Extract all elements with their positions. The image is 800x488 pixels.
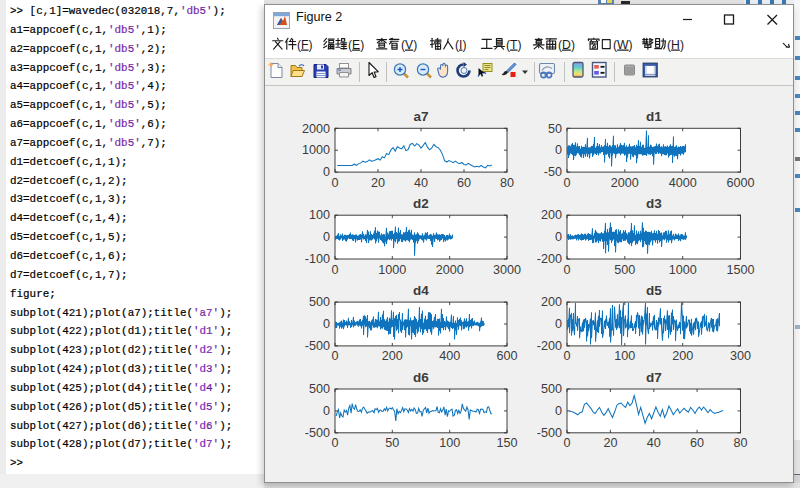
svg-text:(F): (F) <box>297 38 313 52</box>
svg-text:400: 400 <box>439 349 460 363</box>
svg-text:d6: d6 <box>413 370 429 385</box>
svg-text:-200: -200 <box>537 252 562 266</box>
svg-text:-500: -500 <box>305 426 330 440</box>
svg-text:2000: 2000 <box>611 176 639 190</box>
svg-text:0: 0 <box>563 436 570 450</box>
svg-text:2000: 2000 <box>302 122 330 136</box>
svg-text:40: 40 <box>414 176 428 190</box>
svg-text:0: 0 <box>323 404 330 418</box>
svg-text:1000: 1000 <box>669 263 697 277</box>
svg-text:60: 60 <box>457 176 471 190</box>
svg-text:2000: 2000 <box>436 263 464 277</box>
svg-text:0: 0 <box>555 143 562 157</box>
svg-text:200: 200 <box>541 208 562 222</box>
svg-text:-100: -100 <box>305 252 330 266</box>
svg-text:300: 300 <box>730 349 751 363</box>
svg-text:(H): (H) <box>667 38 684 52</box>
svg-text:a7: a7 <box>413 109 428 124</box>
svg-text:600: 600 <box>496 349 517 363</box>
svg-text:80: 80 <box>733 436 747 450</box>
svg-text:d5: d5 <box>646 283 662 298</box>
svg-text:0: 0 <box>323 165 330 179</box>
svg-text:0: 0 <box>331 263 338 277</box>
svg-text:-500: -500 <box>537 426 562 440</box>
svg-text:1000: 1000 <box>302 143 330 157</box>
svg-text:100: 100 <box>309 208 330 222</box>
svg-text:d3: d3 <box>646 196 662 211</box>
svg-text:20: 20 <box>603 436 617 450</box>
svg-text:(V): (V) <box>401 38 417 52</box>
svg-text:20: 20 <box>371 176 385 190</box>
svg-text:-500: -500 <box>305 339 330 353</box>
svg-text:40: 40 <box>647 436 661 450</box>
svg-text:(W): (W) <box>613 38 633 52</box>
svg-text:0: 0 <box>563 349 570 363</box>
svg-text:0: 0 <box>563 263 570 277</box>
svg-text:1000: 1000 <box>378 263 406 277</box>
svg-text:0: 0 <box>331 436 338 450</box>
svg-text:100: 100 <box>439 436 460 450</box>
svg-text:0: 0 <box>331 349 338 363</box>
svg-text:100: 100 <box>614 349 635 363</box>
svg-text:60: 60 <box>690 436 704 450</box>
svg-text:d4: d4 <box>413 283 429 298</box>
svg-text:50: 50 <box>385 436 399 450</box>
svg-text:200: 200 <box>672 349 693 363</box>
svg-text:4000: 4000 <box>669 176 697 190</box>
svg-text:0: 0 <box>331 176 338 190</box>
svg-text:(I): (I) <box>455 38 467 52</box>
svg-text:6000: 6000 <box>726 176 754 190</box>
svg-text:50: 50 <box>548 122 562 136</box>
svg-text:(T): (T) <box>506 38 522 52</box>
svg-text:3000: 3000 <box>493 263 521 277</box>
svg-text:0: 0 <box>555 230 562 244</box>
svg-text:500: 500 <box>614 263 635 277</box>
svg-text:0: 0 <box>555 317 562 331</box>
svg-text:200: 200 <box>541 295 562 309</box>
svg-text:80: 80 <box>500 176 514 190</box>
svg-text:500: 500 <box>309 382 330 396</box>
svg-text:-50: -50 <box>544 165 562 179</box>
svg-text:d2: d2 <box>413 196 429 211</box>
svg-text:d1: d1 <box>646 109 662 124</box>
svg-text:-200: -200 <box>537 339 562 353</box>
svg-text:0: 0 <box>323 317 330 331</box>
svg-text:200: 200 <box>382 349 403 363</box>
svg-text:0: 0 <box>323 230 330 244</box>
svg-text:d7: d7 <box>646 370 662 385</box>
svg-text:500: 500 <box>541 382 562 396</box>
svg-text:(D): (D) <box>558 38 575 52</box>
svg-text:150: 150 <box>496 436 517 450</box>
svg-text:0: 0 <box>563 176 570 190</box>
svg-text:0: 0 <box>555 404 562 418</box>
svg-text:(E): (E) <box>348 38 364 52</box>
svg-text:500: 500 <box>309 295 330 309</box>
svg-text:1500: 1500 <box>726 263 754 277</box>
